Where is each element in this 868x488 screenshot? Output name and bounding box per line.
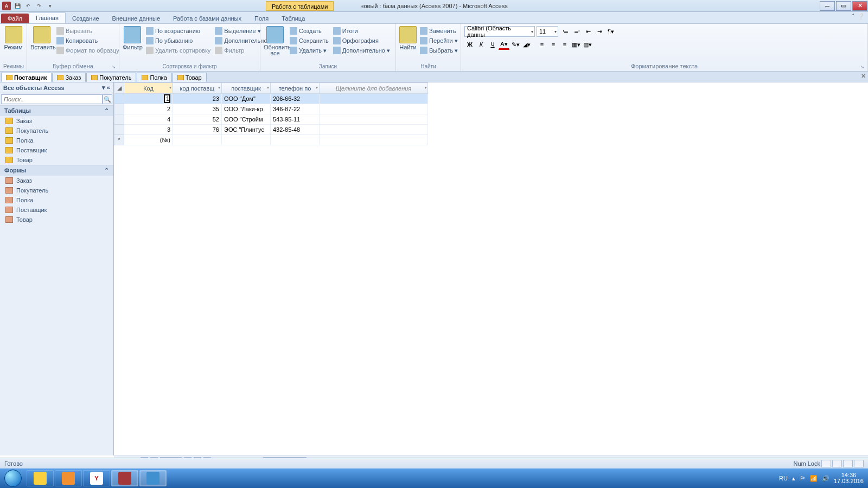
cell[interactable]: 346-87-22 (271, 104, 320, 114)
taskbar-explorer[interactable] (27, 470, 54, 486)
nav-form-postavshchik[interactable]: Поставщик (0, 205, 113, 215)
indent-dec-icon[interactable]: ⇤ (583, 26, 593, 37)
nav-table-zakaz[interactable]: Заказ (0, 116, 113, 126)
cell[interactable] (320, 135, 428, 145)
nav-form-pokupatel[interactable]: Покупатель (0, 185, 113, 195)
taskbar-media[interactable] (55, 470, 82, 486)
network-icon[interactable]: 📶 (810, 475, 818, 482)
redo-icon[interactable]: ↷ (35, 2, 43, 10)
nav-form-zakaz[interactable]: Заказ (0, 176, 113, 185)
search-icon[interactable]: 🔍 (103, 94, 112, 104)
cell[interactable] (320, 94, 428, 104)
minimize-button[interactable]: ─ (820, 1, 835, 11)
new-record-button[interactable]: Создать (289, 26, 330, 36)
taskbar-word[interactable] (139, 470, 167, 486)
font-color-icon[interactable]: A▾ (499, 39, 509, 50)
pivottable-view-button[interactable] (843, 460, 853, 467)
goto-button[interactable]: Перейти ▾ (419, 36, 459, 46)
new-row-selector[interactable]: * (114, 135, 124, 145)
italic-icon[interactable]: К (476, 39, 487, 50)
flag-icon[interactable]: 🏳 (800, 475, 806, 481)
row-selector[interactable] (114, 114, 124, 125)
gridlines-icon[interactable]: ▦▾ (571, 39, 582, 50)
cut-button[interactable]: Вырезать (55, 26, 120, 36)
remove-sort-button[interactable]: Удалить сортировку (145, 46, 212, 55)
tab-create[interactable]: Создание (66, 14, 106, 23)
select-all-corner[interactable]: ◢ (114, 83, 124, 94)
more-records-button[interactable]: Дополнительно ▾ (332, 46, 391, 55)
textfmt-launcher-icon[interactable]: ↘ (860, 65, 864, 69)
doctab-zakaz[interactable]: Заказ (52, 73, 86, 82)
format-painter-button[interactable]: Формат по образцу (55, 46, 120, 55)
nav-table-polka[interactable]: Полка (0, 136, 113, 145)
nav-table-tovar[interactable]: Товар (0, 155, 113, 165)
bullets-icon[interactable]: ≔ (560, 26, 571, 37)
taskbar-yandex[interactable]: Y (83, 470, 110, 486)
filter-button[interactable]: Фильтр (123, 26, 143, 50)
tab-database-tools[interactable]: Работа с базами данных (167, 14, 248, 23)
cell[interactable] (173, 135, 222, 145)
nav-form-tovar[interactable]: Товар (0, 215, 113, 224)
cell[interactable]: 2 (124, 104, 173, 114)
cell[interactable] (222, 135, 271, 145)
cell[interactable] (271, 135, 320, 145)
save-icon[interactable]: 💾 (13, 2, 22, 10)
nav-table-pokupatel[interactable]: Покупатель (0, 126, 113, 136)
tab-home[interactable]: Главная (29, 12, 66, 23)
col-header-postavshchik[interactable]: поставщик▾ (222, 83, 271, 94)
underline-icon[interactable]: Ч (487, 39, 498, 50)
col-header-add[interactable]: Щелкните для добавления ▾ (320, 83, 428, 94)
row-selector[interactable] (114, 94, 124, 104)
cell[interactable]: 1 (124, 94, 173, 104)
doctab-tovar[interactable]: Товар (173, 73, 207, 82)
paste-button[interactable]: Вставить (30, 26, 53, 50)
col-header-kod-postav[interactable]: код поставщ▾ (173, 83, 222, 94)
nav-table-postavshchik[interactable]: Поставщик (0, 145, 113, 155)
qat-dropdown-icon[interactable]: ▾ (46, 2, 54, 10)
doctab-polka[interactable]: Полка (137, 73, 171, 82)
row-selector[interactable] (114, 104, 124, 114)
cell[interactable]: 3 (124, 125, 173, 135)
cell[interactable]: ЭОС "Плинтус (222, 125, 271, 135)
table-new-row[interactable]: * (№) (114, 135, 428, 145)
clock[interactable]: 14:3617.03.2016 (834, 472, 864, 484)
align-left-icon[interactable]: ≡ (537, 39, 547, 50)
language-indicator[interactable]: RU (779, 475, 788, 481)
highlight-icon[interactable]: ✎▾ (510, 39, 521, 50)
sort-desc-button[interactable]: По убыванию (145, 36, 212, 46)
align-right-icon[interactable]: ≡ (559, 39, 570, 50)
font-size-combo[interactable]: 11 (537, 26, 558, 37)
cell[interactable]: 543-95-11 (271, 114, 320, 125)
undo-icon[interactable]: ↶ (24, 2, 33, 10)
tab-table[interactable]: Таблица (275, 14, 311, 23)
nav-group-tables[interactable]: Таблицы⌃ (0, 105, 113, 116)
alt-row-icon[interactable]: ▤▾ (582, 39, 593, 50)
cell[interactable]: ООО "Дом" (222, 94, 271, 104)
select-button[interactable]: Выбрать ▾ (419, 46, 459, 55)
replace-button[interactable]: Заменить (419, 26, 459, 36)
spelling-button[interactable]: Орфография (332, 36, 391, 46)
ribbon-minimize-icon[interactable]: ˄ (852, 13, 855, 20)
cell[interactable] (320, 104, 428, 114)
col-header-telefon[interactable]: телефон по▾ (271, 83, 320, 94)
copy-button[interactable]: Копировать (55, 36, 120, 46)
app-icon[interactable]: A (2, 2, 11, 10)
datasheet-view-button[interactable] (821, 460, 831, 467)
design-view-button[interactable] (832, 460, 842, 467)
delete-record-button[interactable]: Удалить ▾ (289, 46, 330, 55)
find-button[interactable]: Найти (399, 26, 417, 50)
cell[interactable]: (№) (124, 135, 173, 145)
row-selector[interactable] (114, 125, 124, 135)
cell[interactable]: 52 (173, 114, 222, 125)
tray-up-icon[interactable]: ▴ (792, 475, 795, 482)
clipboard-launcher-icon[interactable]: ↘ (112, 65, 116, 69)
table-row[interactable]: 3 76 ЭОС "Плинтус 432-85-48 (114, 125, 428, 135)
fill-color-icon[interactable]: ◢▾ (521, 39, 532, 50)
numbering-icon[interactable]: ≕ (571, 26, 582, 37)
cell[interactable]: ООО "Стройм (222, 114, 271, 125)
doctab-pokupatel[interactable]: Покупатель (86, 73, 136, 82)
collapse-icon[interactable]: ⌃ (104, 107, 109, 114)
cell[interactable]: 4 (124, 114, 173, 125)
view-mode-button[interactable]: Режим (3, 26, 23, 50)
close-button[interactable]: ✕ (852, 1, 867, 11)
